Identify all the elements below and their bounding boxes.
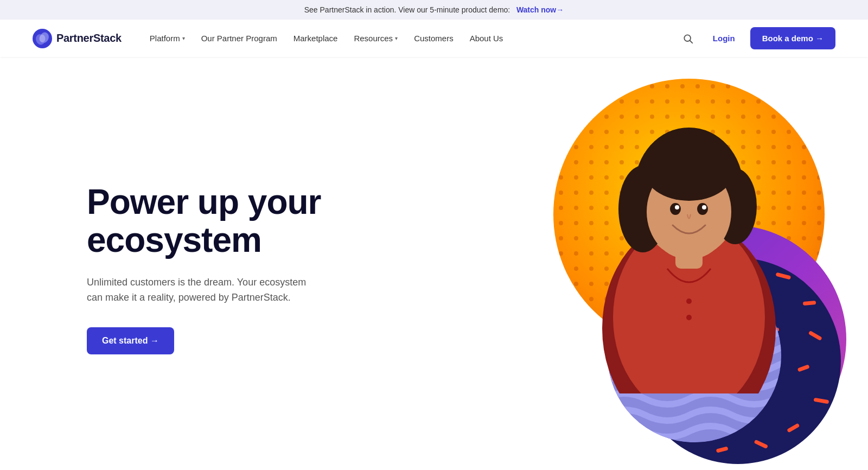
nav-customers[interactable]: Customers [407,29,460,47]
nav-partner-program[interactable]: Our Partner Program [195,29,284,47]
hero-section: Power up your ecosystem Unlimited custom… [0,57,868,469]
book-demo-button[interactable]: Book a demo → [750,27,835,49]
navy-circle [635,258,841,464]
svg-point-39 [618,166,667,252]
search-icon [682,33,693,44]
svg-rect-23 [656,411,669,423]
hero-content: Power up your ecosystem Unlimited custom… [87,183,321,354]
nav-about[interactable]: About Us [463,29,510,47]
blue-wave-circle [608,269,781,442]
logo-text: PartnerStack [56,32,122,45]
svg-rect-15 [803,301,816,306]
logo-icon [33,29,52,48]
logo-link[interactable]: PartnerStack [33,29,122,48]
svg-point-34 [613,220,765,393]
svg-rect-16 [808,331,822,341]
purple-circle [618,225,846,453]
svg-rect-28 [765,327,780,333]
banner-link[interactable]: Watch now→ [516,5,564,14]
svg-rect-12 [711,268,724,279]
svg-point-48 [686,315,692,320]
hero-illustration [488,57,868,469]
svg-point-43 [670,203,681,215]
person-image [559,68,819,393]
svg-rect-24 [646,373,660,385]
svg-rect-27 [726,315,740,323]
svg-rect-26 [667,358,683,367]
svg-point-47 [686,298,692,304]
login-button[interactable]: Login [706,29,742,47]
nav-marketplace[interactable]: Marketplace [287,29,344,47]
nav-actions: Login Book a demo → [678,27,835,49]
hero-subtitle: Unlimited customers is the dream. Your e… [87,275,315,306]
svg-rect-8 [553,79,825,350]
svg-point-37 [635,128,743,247]
svg-rect-30 [738,408,754,416]
person-svg [559,68,819,393]
dots-pattern [553,79,825,350]
svg-rect-21 [716,446,729,453]
svg-point-42 [643,136,735,201]
svg-point-46 [702,205,706,209]
svg-point-36 [640,149,738,258]
wave-svg [608,269,781,442]
svg-rect-19 [787,423,800,433]
nav-links: Platform ▾ Our Partner Program Marketpla… [143,29,678,47]
dashes-pattern [635,258,841,464]
svg-rect-17 [797,364,810,372]
svg-point-9 [635,258,841,464]
svg-point-41 [647,164,731,259]
navbar: PartnerStack Platform ▾ Our Partner Prog… [0,20,868,57]
hero-title: Power up your ecosystem [87,183,321,259]
svg-rect-11 [678,278,692,284]
svg-point-31 [608,269,781,442]
svg-rect-35 [675,236,703,269]
svg-point-40 [713,168,757,244]
resources-chevron: ▾ [395,35,398,41]
get-started-button[interactable]: Get started → [87,327,174,354]
top-banner: See PartnerStack in action. View our 5-m… [0,0,868,20]
svg-line-5 [690,40,693,43]
search-button[interactable] [678,29,698,48]
nav-resources[interactable]: Resources ▾ [347,29,404,47]
svg-rect-29 [694,401,706,411]
svg-rect-25 [648,338,660,344]
nav-platform[interactable]: Platform ▾ [143,29,192,47]
svg-point-45 [675,205,679,209]
svg-point-33 [602,220,776,393]
svg-rect-20 [754,440,769,449]
svg-rect-22 [684,436,699,441]
svg-rect-32 [608,269,781,442]
platform-chevron: ▾ [182,35,185,41]
banner-text: See PartnerStack in action. View our 5-m… [304,5,510,14]
svg-point-3 [40,34,46,42]
svg-rect-18 [814,398,829,404]
svg-point-38 [637,147,741,250]
svg-point-7 [553,79,825,350]
svg-rect-14 [775,272,791,280]
svg-point-44 [697,203,708,215]
svg-rect-13 [743,283,756,291]
yellow-circle [553,79,825,350]
svg-rect-10 [650,288,666,296]
